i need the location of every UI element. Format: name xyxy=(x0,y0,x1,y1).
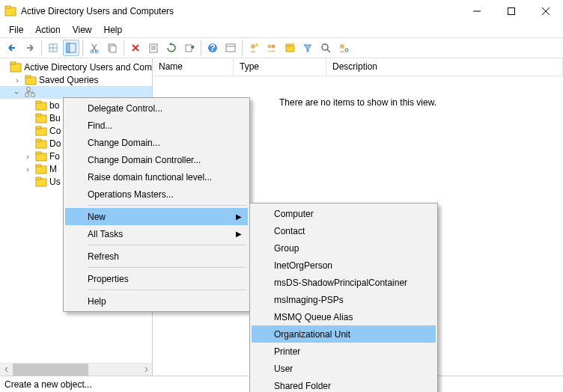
minimize-button[interactable] xyxy=(460,0,494,22)
svg-rect-37 xyxy=(27,88,30,91)
titlebar: Active Directory Users and Computers xyxy=(0,0,563,22)
ctx-find[interactable]: Find... xyxy=(65,117,248,134)
window-controls xyxy=(460,0,563,22)
ctx-new-group[interactable]: Group xyxy=(252,239,436,257)
svg-point-24 xyxy=(251,44,255,49)
delete-button[interactable] xyxy=(127,40,144,56)
ctx-all-tasks[interactable]: All Tasks▶ xyxy=(65,225,248,242)
help-button[interactable]: ? xyxy=(204,40,221,56)
expand-icon[interactable]: › xyxy=(12,76,22,85)
menu-file[interactable]: File xyxy=(3,23,29,37)
show-hide-tree-button[interactable] xyxy=(63,40,79,56)
cut-button[interactable] xyxy=(86,40,103,56)
column-type[interactable]: Type xyxy=(234,58,326,76)
window-title: Active Directory Users and Computers xyxy=(21,6,460,16)
folder-icon xyxy=(35,138,47,150)
svg-rect-51 xyxy=(36,139,41,141)
tree-scrollbar-horizontal[interactable] xyxy=(0,363,152,376)
properties-button[interactable] xyxy=(145,40,162,56)
add-user-to-group-button[interactable] xyxy=(335,40,352,56)
tree-label: Fo xyxy=(49,151,60,162)
ctx-properties[interactable]: Properties xyxy=(65,270,248,287)
scroll-left-button[interactable] xyxy=(0,364,13,376)
svg-rect-33 xyxy=(10,64,21,72)
toolbar: ? xyxy=(0,37,563,58)
scroll-right-button[interactable] xyxy=(139,364,152,376)
folder-icon xyxy=(35,163,47,175)
ctx-new-inetorgperson[interactable]: InetOrgPerson xyxy=(252,257,436,274)
submenu-arrow-icon: ▶ xyxy=(236,230,242,238)
expand-icon[interactable]: › xyxy=(22,152,33,161)
column-name[interactable]: Name xyxy=(153,58,234,76)
folder-icon xyxy=(25,74,37,86)
folder-icon xyxy=(35,150,47,162)
tree-root[interactable]: Active Directory Users and Com xyxy=(0,61,152,73)
find-button[interactable] xyxy=(317,40,334,56)
ctx-separator xyxy=(88,205,246,206)
tree-label: Active Directory Users and Com xyxy=(24,62,152,73)
collapse-icon[interactable]: › xyxy=(13,88,22,98)
menubar: File Action View Help xyxy=(0,22,563,37)
ctx-operations-masters[interactable]: Operations Masters... xyxy=(65,186,248,203)
menu-help[interactable]: Help xyxy=(98,23,129,37)
tree-label: Saved Queries xyxy=(39,75,98,85)
ctx-new-printer[interactable]: Printer xyxy=(252,343,436,360)
menu-view[interactable]: View xyxy=(67,23,98,37)
new-user-button[interactable] xyxy=(246,40,262,56)
tree-label: Co xyxy=(49,126,61,136)
ctx-separator xyxy=(88,290,246,290)
ctx-separator xyxy=(88,245,246,245)
svg-point-29 xyxy=(322,44,328,50)
tree-label: bo xyxy=(49,100,59,111)
toolbar-separator xyxy=(124,40,124,55)
back-button[interactable] xyxy=(4,40,20,56)
tree-label: Us xyxy=(49,177,61,187)
svg-rect-53 xyxy=(36,152,41,154)
toolbar-icon[interactable] xyxy=(222,40,239,56)
close-button[interactable] xyxy=(529,0,563,22)
ctx-new-msds[interactable]: msDS-ShadowPrincipalContainer xyxy=(252,274,436,291)
svg-rect-19 xyxy=(186,45,192,52)
maximize-button[interactable] xyxy=(494,0,529,22)
new-ou-button[interactable] xyxy=(282,40,298,56)
toolbar-separator xyxy=(201,40,201,55)
new-group-button[interactable] xyxy=(264,40,280,56)
app-icon xyxy=(4,5,16,17)
menu-action[interactable]: Action xyxy=(29,23,66,37)
refresh-button[interactable] xyxy=(163,40,180,56)
submenu-arrow-icon: ▶ xyxy=(236,212,242,221)
tree-saved-queries[interactable]: › Saved Queries xyxy=(0,73,152,86)
ctx-new-ou[interactable]: Organizational Unit xyxy=(252,325,436,343)
domain-icon xyxy=(25,87,37,99)
folder-icon xyxy=(35,112,47,124)
context-menu-new: Computer Contact Group InetOrgPerson msD… xyxy=(249,203,438,392)
forward-button[interactable] xyxy=(22,40,38,56)
svg-rect-57 xyxy=(36,177,41,180)
ctx-new[interactable]: New▶ xyxy=(65,208,248,225)
ctx-new-msmq[interactable]: MSMQ Queue Alias xyxy=(252,308,436,325)
export-button[interactable] xyxy=(181,40,198,56)
ctx-change-dc[interactable]: Change Domain Controller... xyxy=(65,151,248,168)
expand-icon[interactable]: › xyxy=(22,165,33,174)
filter-button[interactable] xyxy=(299,40,316,56)
ctx-new-sharedfolder[interactable]: Shared Folder xyxy=(252,377,436,392)
column-description[interactable]: Description xyxy=(326,58,563,76)
scroll-track[interactable] xyxy=(13,364,139,376)
ctx-help[interactable]: Help xyxy=(65,293,248,310)
toolbar-icon[interactable] xyxy=(45,40,61,56)
folder-icon xyxy=(35,99,47,111)
ctx-delegate-control[interactable]: Delegate Control... xyxy=(65,99,248,117)
svg-rect-28 xyxy=(286,44,290,46)
ctx-new-contact[interactable]: Contact xyxy=(252,222,436,239)
ctx-raise-level[interactable]: Raise domain functional level... xyxy=(65,168,248,186)
ctx-new-msimaging[interactable]: msImaging-PSPs xyxy=(252,291,436,308)
svg-rect-36 xyxy=(25,76,31,78)
svg-rect-22 xyxy=(226,44,235,52)
ctx-refresh[interactable]: Refresh xyxy=(65,248,248,265)
ctx-new-user[interactable]: User xyxy=(252,360,436,377)
ctx-change-domain[interactable]: Change Domain... xyxy=(65,134,248,151)
ctx-new-computer[interactable]: Computer xyxy=(252,205,436,222)
svg-point-26 xyxy=(272,45,276,49)
svg-line-30 xyxy=(327,49,330,52)
copy-button[interactable] xyxy=(104,40,121,56)
